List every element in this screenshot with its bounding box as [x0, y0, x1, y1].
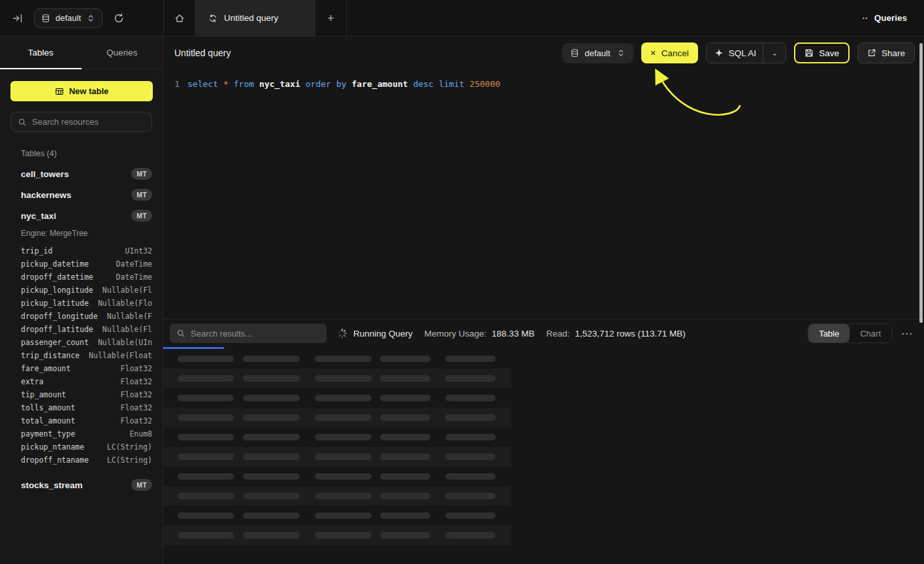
column-row: trip_distanceNullable(Float — [0, 349, 163, 362]
skeleton-pill — [315, 356, 372, 362]
sql-token: limit — [439, 78, 464, 319]
query-actions: default ✕ Cancel SQL AI ⌄ Save Share — [562, 42, 915, 63]
view-tab-chart[interactable]: Chart — [850, 324, 891, 342]
column-name: trip_id — [21, 246, 52, 256]
spinner-icon — [337, 328, 347, 339]
column-row: passenger_countNullable(UIn — [0, 336, 163, 349]
updown-chevrons-icon — [86, 14, 95, 23]
skeleton-pill — [380, 434, 430, 440]
skeleton-pill — [243, 454, 300, 460]
editor-scrollbar[interactable] — [919, 43, 923, 323]
sql-token: nyc_taxi — [259, 78, 300, 319]
skeleton-pill — [380, 454, 430, 460]
queries-link[interactable]: Queries — [874, 13, 907, 23]
refresh-button[interactable] — [110, 10, 127, 27]
topbar: default Untitled query + Queries — [0, 0, 924, 37]
column-name: passenger_count — [21, 338, 89, 347]
results-loading-skeleton — [163, 349, 924, 545]
memory-usage-label: Memory Usage: — [424, 329, 486, 339]
column-name: extra — [21, 377, 44, 386]
skeleton-pill — [178, 356, 234, 362]
column-name: dropoff_ntaname — [21, 456, 89, 465]
sql-token: by — [336, 78, 347, 319]
column-type: Float32 — [121, 364, 152, 373]
home-icon — [174, 13, 185, 24]
skeleton-pill — [380, 414, 430, 421]
column-name: tolls_amount — [21, 403, 75, 412]
column-row: tip_amountFloat32 — [0, 388, 163, 401]
memory-usage: Memory Usage: 188.33 MB — [424, 329, 535, 339]
query-database-selector[interactable]: default — [562, 43, 633, 63]
column-type: Nullable(UIn — [98, 338, 152, 347]
skeleton-row — [163, 506, 511, 525]
skeleton-pill — [380, 375, 430, 382]
column-name: dropoff_latitude — [21, 325, 93, 334]
column-row: payment_typeEnum8 — [0, 427, 163, 440]
collapse-sidebar-button[interactable] — [9, 10, 26, 27]
skeleton-row — [163, 486, 511, 506]
sidebar-tab-queries[interactable]: Queries — [82, 37, 163, 69]
table-row-nyc-taxi[interactable]: nyc_taxi MT — [0, 205, 163, 226]
table-row-stocks-stream[interactable]: stocks_stream MT — [0, 474, 163, 495]
divider — [763, 43, 763, 63]
line-number: 1 — [174, 78, 180, 319]
skeleton-pill — [178, 375, 234, 382]
skeleton-row — [163, 369, 511, 388]
results-view-controls: Table Chart ⋯ — [808, 323, 912, 343]
skeleton-row — [163, 349, 511, 369]
results-search-input[interactable] — [191, 329, 320, 339]
skeleton-pill — [380, 473, 430, 480]
cancel-button[interactable]: ✕ Cancel — [641, 42, 698, 63]
columns-list: trip_idUInt32 pickup_datetimeDateTime dr… — [0, 244, 163, 467]
skeleton-pill — [315, 414, 372, 421]
resource-search-input[interactable] — [32, 117, 145, 127]
table-row-cell-towers[interactable]: cell_towers MT — [0, 163, 163, 184]
share-icon — [867, 48, 876, 58]
table-row-hackernews[interactable]: hackernews MT — [0, 184, 163, 205]
skeleton-pill — [445, 395, 496, 401]
query-tab[interactable]: Untitled query — [195, 0, 315, 36]
skeleton-pill — [243, 414, 300, 421]
share-button[interactable]: Share — [857, 42, 915, 63]
save-label: Save — [819, 48, 839, 58]
save-icon — [805, 48, 814, 58]
column-type: DateTime — [116, 273, 152, 282]
skeleton-pill — [315, 473, 372, 480]
column-name: pickup_longitude — [21, 286, 93, 295]
table-name: hackernews — [21, 190, 131, 200]
column-row: dropoff_ntanameLC(String) — [0, 454, 163, 467]
new-table-label: New table — [69, 86, 109, 96]
column-type: Nullable(F — [107, 312, 152, 321]
skeleton-pill — [380, 532, 430, 539]
column-type: Enum8 — [129, 429, 152, 439]
skeleton-pill — [243, 375, 300, 382]
sidebar-tab-tables[interactable]: Tables — [0, 37, 82, 69]
column-name: fare_amount — [21, 364, 71, 373]
memory-usage-value: 188.33 MB — [492, 329, 534, 339]
view-tab-table[interactable]: Table — [808, 324, 850, 342]
sql-editor[interactable]: 1 select*fromnyc_taxiorderbyfare_amountd… — [163, 69, 924, 319]
sql-ai-button[interactable]: SQL AI ⌄ — [706, 42, 786, 63]
column-type: LC(String) — [107, 442, 152, 452]
ellipsis-icon: ⋯ — [901, 327, 912, 340]
skeleton-pill — [315, 434, 372, 440]
database-selector[interactable]: default — [34, 8, 103, 28]
skeleton-pill — [178, 512, 234, 519]
search-icon — [176, 329, 185, 338]
save-button[interactable]: Save — [794, 42, 850, 63]
main-panel: Untitled query default ✕ Cancel SQL AI ⌄… — [163, 37, 924, 564]
chevron-down-icon[interactable]: ⌄ — [770, 48, 779, 58]
more-options-button[interactable]: ⋯ — [901, 328, 912, 339]
column-name: dropoff_datetime — [21, 273, 93, 282]
sql-token: fare_amount — [352, 78, 408, 319]
skeleton-pill — [178, 434, 234, 440]
sql-token: 250000 — [470, 78, 500, 319]
new-table-button[interactable]: New table — [10, 81, 153, 101]
home-tab-button[interactable] — [164, 0, 195, 36]
table-name: cell_towers — [21, 169, 131, 179]
engine-badge: MT — [131, 168, 152, 180]
topbar-left: default — [0, 0, 163, 36]
read-stats: Read: 1,523,712 rows (113.71 MB) — [546, 329, 685, 339]
new-tab-button[interactable]: + — [315, 0, 347, 36]
query-tab-title: Untitled query — [224, 13, 278, 23]
